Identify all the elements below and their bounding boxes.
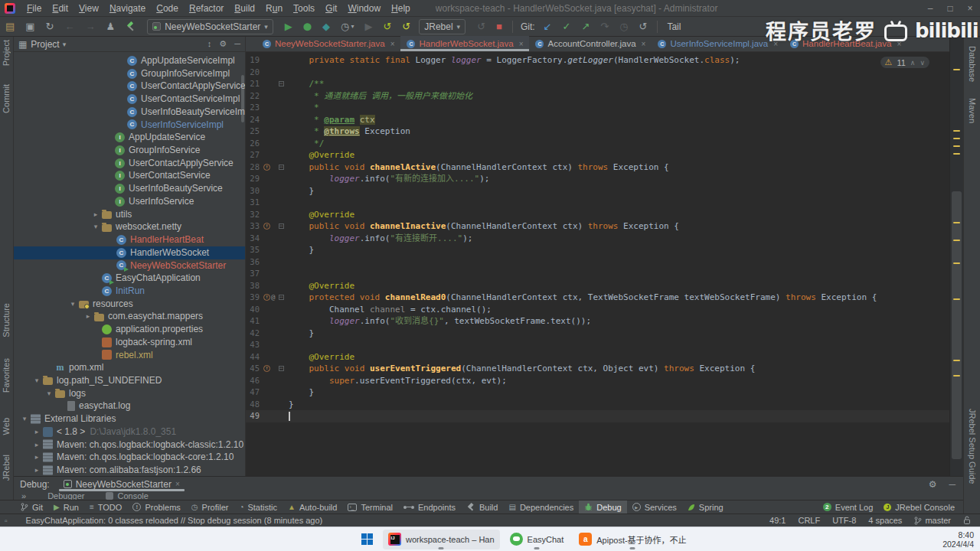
fold-marker-icon[interactable]: –	[279, 295, 284, 300]
tree-item[interactable]: IUserContactApplyService	[14, 157, 245, 170]
code-editor[interactable]: 19 private static final Logger logger = …	[246, 52, 949, 422]
project-view-selector[interactable]: Project	[31, 39, 59, 50]
tree-item[interactable]: ▸Maven: ch.qos.logback:logback-classic:1…	[14, 439, 245, 452]
error-stripe[interactable]	[949, 37, 963, 476]
warning-stripe-mark[interactable]	[953, 375, 960, 377]
warning-stripe-mark[interactable]	[953, 240, 960, 241]
annotation-gutter-icon[interactable]: @	[271, 294, 275, 301]
tree-item[interactable]: easychat.log	[14, 399, 245, 412]
code-line[interactable]: 38 @Override	[246, 280, 949, 292]
code-line[interactable]: 48}	[246, 399, 949, 411]
taskbar-clock[interactable]: 8:40 2024/4/4	[942, 530, 974, 549]
fold-marker-icon[interactable]: –	[279, 81, 284, 86]
tree-item[interactable]: ▸Maven: com.alibaba:fastjson:1.2.66	[14, 464, 245, 476]
toolwindow-button-run[interactable]: ▶Run	[48, 500, 84, 514]
fold-marker-icon[interactable]: –	[279, 366, 284, 371]
code-line[interactable]: 39↑@– protected void channelRead0(Channe…	[246, 292, 949, 304]
toolwindow-button-terminal[interactable]: ›_Terminal	[342, 500, 398, 514]
commit-icon[interactable]: ✓	[562, 21, 570, 31]
editor-tab-accountcontroller-java[interactable]: CAccountController.java×	[529, 36, 652, 51]
tree-item[interactable]: mpom.xml	[14, 361, 245, 374]
code-line[interactable]: 24 * @param ctx	[246, 114, 949, 126]
tool-stripe-commit[interactable]: Commit	[2, 84, 11, 113]
debug-icon[interactable]: ⬤	[303, 23, 312, 31]
fold-marker-icon[interactable]: –	[279, 223, 284, 229]
code-line[interactable]: 35 }	[246, 244, 949, 256]
tree-collapsed-arrow[interactable]: ▸	[31, 425, 43, 439]
code-line[interactable]: 25 * @throws Exception	[246, 126, 949, 138]
hide-panel-icon[interactable]: ─	[234, 39, 240, 49]
minimize-button[interactable]: –	[920, 3, 940, 14]
toolwindow-button-todo[interactable]: ≡TODO	[84, 500, 127, 514]
tree-collapsed-arrow[interactable]: ▸	[31, 451, 43, 464]
gear-icon[interactable]: ⚙	[219, 39, 227, 49]
code-line[interactable]: 34 logger.info("有连接断开....");	[246, 233, 949, 245]
code-line[interactable]: 29 logger.info("有新的连接加入....");	[246, 173, 949, 185]
code-line[interactable]: 23 *	[246, 102, 949, 114]
menu-run[interactable]: Run	[260, 3, 288, 14]
tree-collapsed-arrow[interactable]: ▸	[82, 310, 94, 323]
taskbar-start-button[interactable]	[356, 530, 378, 549]
tool-stripe-web[interactable]: Web	[2, 418, 11, 435]
tree-item[interactable]: ▸com.easychat.mappers	[14, 310, 245, 323]
warning-stripe-mark[interactable]	[953, 130, 960, 132]
gear-icon[interactable]: ⚙	[929, 479, 937, 490]
chevron-down-icon[interactable]: ▾	[63, 41, 67, 48]
tree-expanded-arrow[interactable]: ▾	[18, 412, 31, 425]
code-line[interactable]: 41 logger.info("收到消息{}", textWebSocketFr…	[246, 315, 949, 328]
code-line[interactable]: 37	[246, 268, 949, 280]
menu-tools[interactable]: Tools	[288, 3, 320, 14]
toolwindow-button-dependencies[interactable]: ▤Dependencies	[503, 500, 579, 514]
inspections-widget[interactable]: ⚠ 11 ∧ ∨	[880, 57, 929, 68]
code-line[interactable]: 31	[246, 197, 949, 209]
tool-stripe-favorites[interactable]: Favorites	[2, 358, 11, 393]
menu-refactor[interactable]: Refactor	[184, 3, 229, 14]
code-line[interactable]: 22 * 通道就绪后 调用，一般用户来做初始化	[246, 90, 949, 103]
tree-item[interactable]: CHandlerWebSocket	[14, 246, 245, 259]
tree-item[interactable]: CNeeyWebSocketStarter	[14, 259, 245, 272]
menu-build[interactable]: Build	[229, 3, 260, 14]
tree-item[interactable]: CAppUpdateServiceImpl	[14, 54, 245, 67]
stop-icon[interactable]: ■	[496, 21, 502, 31]
tree-item[interactable]: CHandlerHeartBeat	[14, 233, 245, 246]
toolwindow-button-endpoints[interactable]: Endpoints	[398, 500, 461, 514]
tree-item[interactable]: ▾log.path_IS_UNDEFINED	[14, 374, 245, 387]
tool-stripe-maven[interactable]: Maven	[968, 98, 977, 123]
profiler-icon[interactable]: ◷	[341, 21, 349, 31]
toolwindow-button-profiler[interactable]: ◷Profiler	[186, 500, 234, 514]
indent-setting[interactable]: 4 spaces	[868, 516, 902, 525]
tree-item[interactable]: ▸Maven: ch.qos.logback:logback-core:1.2.…	[14, 451, 245, 464]
user-settings-icon[interactable]: ♟	[106, 21, 116, 31]
tree-expanded-arrow[interactable]: ▾	[31, 374, 43, 387]
jrebel-run-icon[interactable]: ↺	[383, 21, 391, 31]
tree-item[interactable]: CInitRun	[14, 285, 245, 298]
expand-collapse-icon[interactable]: ↕	[207, 39, 212, 49]
taskbar-app-idea[interactable]: workspace-teach – Han	[383, 530, 500, 549]
close-button[interactable]: ×	[960, 3, 980, 14]
toolwindow-button-spring[interactable]: Spring	[682, 500, 729, 514]
tree-collapsed-arrow[interactable]: ▸	[31, 464, 43, 476]
maximize-button[interactable]: □	[940, 3, 960, 14]
toolwindow-button-auto-build[interactable]: ▲Auto-build	[283, 500, 342, 514]
minimize-panel-icon[interactable]: ─	[949, 479, 956, 490]
rollback-icon[interactable]: ↺	[639, 21, 648, 31]
code-line[interactable]: 46 super.userEventTriggered(ctx, evt);	[246, 375, 949, 387]
tree-item[interactable]: ▸< 1.8 >D:\Java\jdk1.8.0_351	[14, 425, 245, 439]
menu-edit[interactable]: Edit	[47, 3, 74, 14]
menu-file[interactable]: File	[21, 3, 47, 14]
editor-scrollbar[interactable]	[952, 191, 962, 459]
toolwindow-button-services[interactable]: ▶Services	[627, 500, 682, 514]
tree-item[interactable]: ▾External Libraries	[14, 412, 245, 425]
caret-position[interactable]: 49:1	[769, 516, 786, 525]
warning-stripe-mark[interactable]	[953, 153, 960, 155]
code-line[interactable]: 33↑– public void channelInactive(Channel…	[246, 220, 949, 233]
tree-scrollbar[interactable]	[241, 75, 244, 122]
fold-marker-icon[interactable]: –	[279, 165, 284, 170]
tree-item[interactable]: ▾websocket.netty	[14, 220, 245, 233]
warning-stripe-mark[interactable]	[953, 360, 960, 361]
back-icon[interactable]: ←	[65, 21, 75, 31]
coverage-icon[interactable]: ◆	[322, 21, 330, 31]
push-icon[interactable]: ↗	[581, 21, 590, 31]
close-icon[interactable]: ×	[897, 40, 901, 48]
tool-stripe-database[interactable]: Database	[968, 46, 977, 82]
